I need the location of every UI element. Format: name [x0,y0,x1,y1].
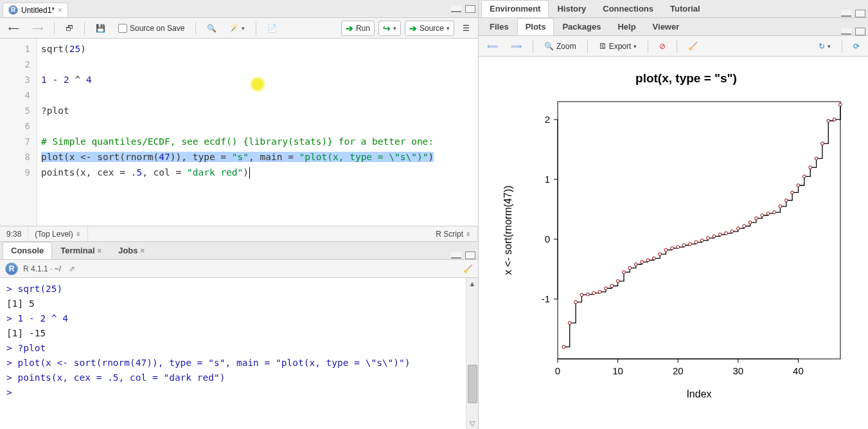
rerun-button[interactable]: ↪▾ [378,21,401,36]
goto-dir-icon[interactable]: ⇗ [69,264,75,273]
svg-point-27 [580,293,583,297]
svg-point-37 [641,260,644,264]
svg-point-31 [604,287,607,290]
separator [677,40,677,53]
tab-files[interactable]: Files [481,18,517,35]
tab-viewer[interactable]: Viewer [644,18,688,35]
scroll-down-icon[interactable]: ▽ [466,417,478,429]
wand-button[interactable]: 🪄 ▾ [225,21,249,35]
svg-point-32 [610,284,614,288]
separator [648,40,648,53]
scroll-up-icon[interactable]: ▲ [466,278,478,289]
source-tab[interactable]: R Untitled1* × [3,3,68,17]
source-editor[interactable]: 123456789 sqrt(25)1 - 2 ^ 4?plot# Simple… [0,39,478,226]
svg-point-66 [815,157,818,160]
svg-point-38 [646,259,650,262]
svg-text:10: 10 [612,365,623,376]
scroll-thumb[interactable] [468,365,477,403]
svg-point-65 [809,166,812,169]
tab-jobs[interactable]: Jobs × [110,242,153,259]
tab-terminal[interactable]: Terminal × [52,242,110,259]
laser-pointer-highlight [249,76,266,93]
svg-text:2: 2 [545,114,550,125]
remove-plot-button[interactable]: ⊘ [655,39,670,53]
r-logo-icon: R [5,262,18,275]
checkbox-icon [118,24,127,33]
filetype-selector[interactable]: R Script ⇳ [429,226,478,241]
separator [533,40,533,53]
svg-point-61 [784,199,788,202]
plot-prev-button[interactable]: ⟸ [483,39,502,53]
svg-point-28 [586,293,589,296]
tab-tutorial[interactable]: Tutorial [662,0,709,17]
svg-point-60 [779,205,782,208]
separator [587,40,588,53]
minimize-pane-icon[interactable] [841,10,851,17]
svg-point-50 [718,233,722,236]
clear-plots-icon[interactable]: 🧹 [684,39,702,53]
svg-point-30 [598,290,601,293]
notebook-button[interactable]: 📄 [263,21,281,35]
scope-selector[interactable]: (Top Level) ⇳ [28,226,87,241]
maximize-pane-icon[interactable] [465,251,475,259]
source-button[interactable]: ➔Source ▾ [405,21,454,36]
svg-point-59 [773,211,776,214]
tab-plots[interactable]: Plots [517,18,554,35]
svg-point-68 [827,119,830,122]
svg-text:30: 30 [733,365,744,376]
publish-button[interactable]: ↻ ▾ [814,39,835,53]
tab-console[interactable]: Console [3,242,52,259]
svg-point-44 [682,244,686,247]
minimize-pane-icon[interactable] [451,6,461,12]
console-scrollbar[interactable]: ▲ ▽ [466,278,478,429]
maximize-pane-icon[interactable] [465,5,475,13]
svg-point-40 [659,253,662,256]
cursor-position: 9:38 [0,226,28,241]
svg-rect-1 [558,102,840,359]
svg-point-67 [821,142,824,145]
console-info-bar: R R 4.1.1 · ~/ ⇗ 🧹 [0,260,478,278]
refresh-plot-button[interactable]: ⟳ [849,39,864,53]
plots-toolbar: ⟸ ⟹ 🔍 Zoom 🖻 Export ▾ ⊘ 🧹 ↻ ▾ ⟳ [479,36,868,57]
close-icon[interactable]: × [97,246,102,255]
nav-back-button[interactable]: ⟵ [4,21,24,35]
find-button[interactable]: 🔍 [202,21,221,35]
svg-point-51 [725,232,728,235]
maximize-pane-icon[interactable] [855,10,865,17]
tab-connections[interactable]: Connections [594,0,662,17]
plot-next-button[interactable]: ⟹ [506,39,526,53]
svg-point-24 [562,345,565,349]
svg-text:-1: -1 [542,293,550,304]
svg-point-41 [664,248,668,251]
outline-button[interactable]: ☰ [458,21,474,35]
tab-history[interactable]: History [549,0,594,17]
run-button[interactable]: ➔Run [341,21,375,36]
close-icon[interactable]: × [58,6,62,15]
svg-point-26 [574,300,578,304]
svg-point-46 [695,241,698,244]
source-tab-title: Untitled1* [21,6,55,15]
minimize-pane-icon[interactable] [841,28,851,35]
svg-text:x <- sort(rnorm(47)): x <- sort(rnorm(47)) [502,185,513,275]
tab-packages[interactable]: Packages [554,18,609,35]
save-button[interactable]: 💾 [91,21,110,35]
svg-point-62 [791,191,794,194]
separator [54,22,55,35]
export-button[interactable]: 🖻 Export ▾ [594,39,642,53]
zoom-button[interactable]: 🔍 Zoom [540,39,581,53]
console-tab-bar: Console Terminal × Jobs × [0,242,478,260]
svg-point-56 [755,217,758,220]
tab-environment[interactable]: Environment [481,0,549,17]
code-area[interactable]: sqrt(25)1 - 2 ^ 4?plot# Simple quantiles… [37,39,478,226]
console-output[interactable]: > sqrt(25)[1] 5> 1 - 2 ^ 4[1] -15> ?plot… [0,278,466,429]
clear-console-icon[interactable]: 🧹 [463,264,473,273]
svg-point-33 [616,280,619,283]
source-on-save-toggle[interactable]: Source on Save [114,21,189,35]
nav-fwd-button[interactable]: ⟶ [28,21,48,35]
close-icon[interactable]: × [140,246,145,255]
maximize-pane-icon[interactable] [855,28,865,35]
show-in-new-window-button[interactable]: 🗗 [61,21,78,35]
separator [256,22,256,35]
tab-help[interactable]: Help [609,18,644,35]
minimize-pane-icon[interactable] [451,252,461,259]
